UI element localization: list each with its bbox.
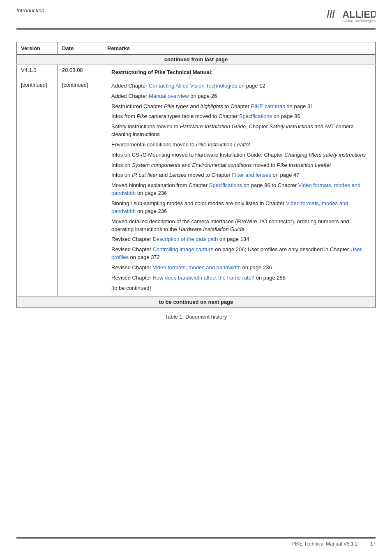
link-manual-overview[interactable]: Manual overview — [149, 93, 189, 99]
logo-area: /// ALLIED Vision Technologies — [326, 7, 376, 26]
remark-item: Added Chapter Manual overview on page 26 — [107, 91, 371, 102]
svg-text:Vision Technologies: Vision Technologies — [343, 19, 376, 23]
remark-item: Infos from Pike camera types table moved… — [107, 111, 371, 122]
continued-from-row: continued from last page — [17, 55, 376, 65]
date-cell: 20.08.08 — [58, 65, 103, 79]
footer-title: PIKE Technical Manual V5.1.2 — [291, 541, 357, 547]
link-video-formats-3[interactable]: Video formats, modes and bandwidth — [152, 264, 240, 271]
svg-text:///: /// — [327, 9, 335, 20]
page-container: Introduction /// ALLIED Vision Technolog… — [0, 0, 392, 555]
remark-item: Restructured Chapter Pike types and high… — [107, 102, 371, 112]
remark-item: Added Chapter Contacting Allied Vision T… — [107, 81, 371, 91]
col-header-remarks: Remarks — [103, 42, 376, 55]
svg-text:ALLIED: ALLIED — [342, 9, 376, 20]
remarks-title: Restructuring of Pike Technical Manual: — [107, 66, 371, 78]
version-continued-cell: [continued] — [17, 79, 58, 296]
remark-item: Infos on CS-/C-Mounting moved to Hardwar… — [107, 150, 371, 160]
remark-item: Revised Chapter Description of the data … — [107, 234, 371, 245]
link-specifications-2[interactable]: Specifications — [209, 182, 242, 188]
company-logo: /// ALLIED Vision Technologies — [326, 7, 376, 26]
document-history-table: Version Date Remarks continued from last… — [16, 42, 376, 308]
remarks-cell: Restructuring of Pike Technical Manual: — [103, 65, 376, 79]
remark-item: Revised Chapter How does bandwidth affec… — [107, 273, 371, 283]
remark-item: Safety instructions moved to Hardware In… — [107, 122, 371, 140]
link-video-formats-2[interactable]: Video formats, modes and bandwidth — [111, 200, 348, 214]
remark-item: Environmental conditions moved to Pike I… — [107, 140, 371, 150]
main-content: Version Date Remarks continued from last… — [0, 30, 392, 328]
remark-item: Infos on IR cut filter and Lenses moved … — [107, 170, 371, 180]
continued-from-label: continued from last page — [17, 55, 376, 65]
footer-page-number: 17 — [370, 541, 376, 547]
link-user-profiles[interactable]: User profiles — [111, 246, 362, 260]
version-cell: V4.1.0 — [17, 65, 58, 79]
table-row: V4.1.0 20.08.08 Restructuring of Pike Te… — [17, 65, 376, 79]
link-controlling-image[interactable]: Controlling image capture — [152, 246, 213, 252]
footer-divider — [16, 537, 376, 539]
link-filter-lenses[interactable]: Filter and lenses — [232, 172, 271, 178]
remark-item: Binning / sub-sampling modes and color m… — [107, 199, 371, 217]
remark-item: Moved detailed description of the camera… — [107, 217, 371, 235]
remark-item: Revised Chapter Controlling image captur… — [107, 245, 371, 263]
link-contacting-avt[interactable]: Contacting Allied Vision Technologies — [149, 83, 237, 89]
col-header-version: Version — [17, 42, 58, 55]
remark-item: Moved binning explanation from Chapter S… — [107, 180, 371, 199]
header-intro: Introduction — [16, 7, 44, 14]
link-pike-cameras[interactable]: PIKE cameras — [251, 103, 285, 109]
link-specifications[interactable]: Specifica­tions — [239, 113, 272, 119]
table-row: [continued] [continued] Added Chapter Co… — [17, 79, 376, 296]
remark-item: Revised Chapter Video formats, modes and… — [107, 263, 371, 273]
page-header: Introduction /// ALLIED Vision Technolog… — [0, 0, 392, 28]
date-continued-cell: [continued] — [58, 79, 103, 296]
remark-item-to-be-continued: [to be continued] — [107, 283, 371, 295]
remark-item: Infos on System components and Environme… — [107, 160, 371, 171]
table-caption: Table 1: Document history — [16, 314, 376, 320]
link-bandwidth-framerate[interactable]: How does bandwidth affect the frame rate… — [152, 275, 254, 281]
to-be-continued-row: to be continued on next page — [17, 296, 376, 308]
remarks-continued-cell: Added Chapter Contacting Allied Vision T… — [103, 79, 376, 296]
footer-content: PIKE Technical Manual V5.1.2 17 — [16, 541, 376, 547]
to-be-continued-label: to be continued on next page — [17, 296, 376, 308]
col-header-date: Date — [58, 42, 103, 55]
link-data-path[interactable]: Description of the data path — [152, 236, 218, 242]
page-footer: PIKE Technical Manual V5.1.2 17 — [0, 537, 392, 547]
